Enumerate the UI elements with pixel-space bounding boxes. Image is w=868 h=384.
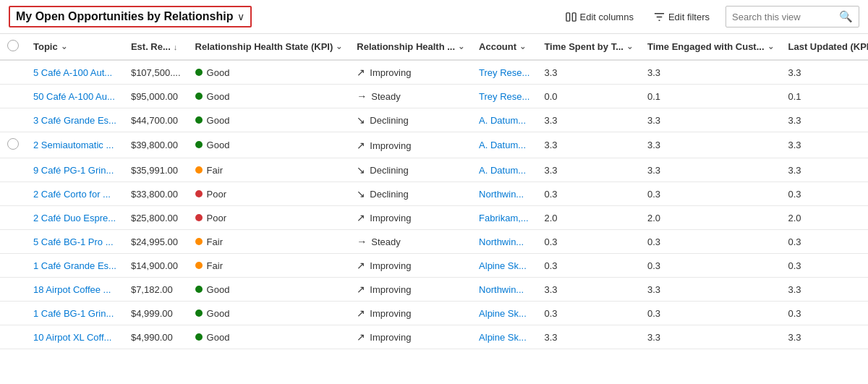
row-time-engaged: 0.3 bbox=[640, 254, 781, 278]
row-account: A. Datum... bbox=[472, 158, 537, 182]
col-checkbox bbox=[0, 34, 26, 60]
row-time-spent: 3.3 bbox=[537, 325, 640, 349]
row-last-updated: 0.3 bbox=[781, 182, 868, 206]
account-link[interactable]: Trey Rese... bbox=[479, 91, 529, 102]
row-time-spent: 0.3 bbox=[537, 254, 640, 278]
account-link[interactable]: A. Datum... bbox=[479, 165, 526, 176]
trend-icon: ↗ bbox=[357, 212, 365, 223]
account-link[interactable]: Alpine Sk... bbox=[479, 308, 527, 319]
row-est-revenue: $7,182.00 bbox=[124, 278, 188, 302]
account-sort-icon[interactable]: ⌄ bbox=[519, 42, 526, 51]
col-est-revenue: Est. Re... ↓ bbox=[124, 34, 188, 60]
row-account: Alpine Sk... bbox=[472, 302, 537, 325]
row-rh-state: Good bbox=[188, 132, 350, 158]
rh-dot bbox=[195, 190, 203, 197]
topic-link[interactable]: 5 Café BG-1 Pro ... bbox=[33, 236, 114, 247]
col-last-updated: Last Updated (KPI) ⌄ bbox=[781, 34, 868, 60]
title-dropdown-icon[interactable]: ∨ bbox=[237, 11, 244, 22]
row-rh-state: Good bbox=[188, 108, 350, 132]
account-link[interactable]: Northwin... bbox=[479, 284, 524, 295]
row-est-revenue: $44,700.00 bbox=[124, 108, 188, 132]
row-topic: 1 Café BG-1 Grin... bbox=[26, 302, 124, 325]
rh-dot bbox=[195, 69, 203, 76]
time-spent-sort-icon[interactable]: ⌄ bbox=[626, 42, 633, 51]
table-row: 9 Café PG-1 Grin... $35,991.00 Fair ↘Dec… bbox=[0, 158, 868, 182]
rh-dot bbox=[195, 93, 203, 100]
row-account: Trey Rese... bbox=[472, 85, 537, 108]
row-checkbox-cell bbox=[0, 60, 26, 85]
row-last-updated: 0.1 bbox=[781, 85, 868, 108]
row-account: Northwin... bbox=[472, 230, 537, 254]
row-time-engaged: 2.0 bbox=[640, 206, 781, 230]
topic-link[interactable]: 5 Café A-100 Aut... bbox=[33, 67, 112, 78]
page-title: My Open Opportunities by Relationship bbox=[16, 10, 233, 23]
svg-rect-0 bbox=[566, 12, 569, 20]
page-header: My Open Opportunities by Relationship ∨ … bbox=[0, 0, 868, 34]
account-link[interactable]: A. Datum... bbox=[479, 115, 526, 126]
row-est-revenue: $39,800.00 bbox=[124, 132, 188, 158]
row-rh-trend: ↗Improving bbox=[349, 302, 472, 325]
row-rh-state: Fair bbox=[188, 254, 350, 278]
row-time-engaged: 3.3 bbox=[640, 325, 781, 349]
topic-link[interactable]: 3 Café Grande Es... bbox=[33, 115, 116, 126]
col-time-spent: Time Spent by T... ⌄ bbox=[537, 34, 640, 60]
col-rh-trend: Relationship Health ... ⌄ bbox=[349, 34, 472, 60]
row-checkbox-cell bbox=[0, 182, 26, 206]
row-rh-trend: ↗Improving bbox=[349, 254, 472, 278]
row-checkbox-cell bbox=[0, 206, 26, 230]
row-time-spent: 2.0 bbox=[537, 206, 640, 230]
row-last-updated: 3.3 bbox=[781, 60, 868, 85]
account-link[interactable]: Fabrikam,... bbox=[479, 213, 529, 223]
row-account: Trey Rese... bbox=[472, 60, 537, 85]
row-account: Alpine Sk... bbox=[472, 325, 537, 349]
header-actions: Edit columns Edit filters 🔍 bbox=[561, 6, 860, 27]
topic-link[interactable]: 10 Airpot XL Coff... bbox=[33, 332, 111, 343]
row-time-spent: 0.3 bbox=[537, 182, 640, 206]
row-topic: 10 Airpot XL Coff... bbox=[26, 325, 124, 349]
topic-link[interactable]: 50 Café A-100 Au... bbox=[33, 91, 115, 102]
topic-link[interactable]: 9 Café PG-1 Grin... bbox=[33, 165, 114, 176]
columns-icon bbox=[566, 12, 576, 22]
row-time-spent: 3.3 bbox=[537, 60, 640, 85]
row-rh-trend: ↗Improving bbox=[349, 132, 472, 158]
topic-link[interactable]: 18 Airpot Coffee ... bbox=[33, 284, 111, 295]
account-link[interactable]: A. Datum... bbox=[479, 140, 526, 150]
topic-sort-icon[interactable]: ⌄ bbox=[61, 42, 67, 51]
row-account: Northwin... bbox=[472, 182, 537, 206]
account-link[interactable]: Northwin... bbox=[479, 189, 524, 200]
row-rh-state: Poor bbox=[188, 206, 350, 230]
table-row: 5 Café A-100 Aut... $107,500.... Good ↗I… bbox=[0, 60, 868, 85]
row-last-updated: 3.3 bbox=[781, 132, 868, 158]
search-input[interactable] bbox=[726, 8, 833, 26]
topic-link[interactable]: 1 Café Grande Es... bbox=[33, 260, 116, 271]
account-link[interactable]: Trey Rese... bbox=[479, 67, 529, 78]
account-link[interactable]: Alpine Sk... bbox=[479, 332, 527, 343]
account-link[interactable]: Alpine Sk... bbox=[479, 260, 527, 271]
table-body: 5 Café A-100 Aut... $107,500.... Good ↗I… bbox=[0, 60, 868, 349]
table-header: Topic ⌄ Est. Re... ↓ Relationship Health… bbox=[0, 34, 868, 60]
topic-link[interactable]: 2 Semiautomatic ... bbox=[33, 140, 114, 150]
trend-icon: ↗ bbox=[357, 331, 365, 343]
edit-filters-button[interactable]: Edit filters bbox=[650, 9, 714, 25]
row-time-engaged: 0.3 bbox=[640, 302, 781, 325]
table-row: 2 Café Duo Espre... $25,800.00 Poor ↗Imp… bbox=[0, 206, 868, 230]
header-checkbox[interactable] bbox=[7, 40, 19, 51]
rh-trend-sort-icon[interactable]: ⌄ bbox=[458, 42, 464, 51]
edit-columns-button[interactable]: Edit columns bbox=[561, 9, 638, 25]
time-engaged-sort-icon[interactable]: ⌄ bbox=[767, 42, 774, 51]
row-rh-trend: →Steady bbox=[349, 230, 472, 254]
topic-link[interactable]: 2 Café Duo Espre... bbox=[33, 213, 116, 223]
row-rh-state: Good bbox=[188, 325, 350, 349]
topic-link[interactable]: 1 Café BG-1 Grin... bbox=[33, 308, 114, 319]
rh-state-sort-icon[interactable]: ⌄ bbox=[336, 42, 342, 51]
table-row: 5 Café BG-1 Pro ... $24,995.00 Fair →Ste… bbox=[0, 230, 868, 254]
row-checkbox[interactable] bbox=[7, 138, 19, 150]
account-link[interactable]: Northwin... bbox=[479, 236, 524, 247]
row-checkbox-cell bbox=[0, 158, 26, 182]
search-button[interactable]: 🔍 bbox=[833, 7, 859, 27]
topic-link[interactable]: 2 Café Corto for ... bbox=[33, 189, 111, 200]
trend-icon: ↗ bbox=[357, 260, 365, 271]
est-revenue-sort-icon[interactable]: ↓ bbox=[174, 43, 178, 51]
row-account: Fabrikam,... bbox=[472, 206, 537, 230]
row-est-revenue: $25,800.00 bbox=[124, 206, 188, 230]
